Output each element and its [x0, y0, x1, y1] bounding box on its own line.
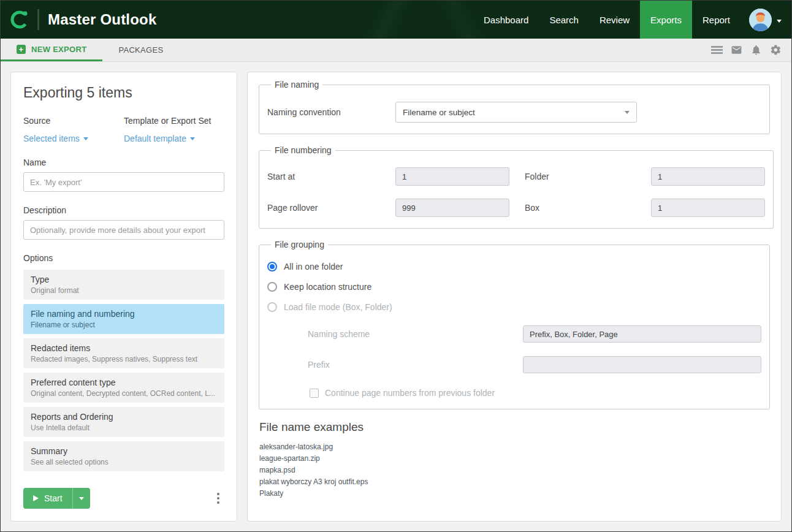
play-icon: [33, 495, 39, 501]
select-caret-icon: [625, 111, 630, 114]
app-logo-icon: [9, 9, 30, 30]
start-button-label: Start: [44, 493, 63, 503]
naming-scheme-input: [523, 325, 761, 343]
option-item-reports-ordering[interactable]: Reports and Ordering Use Intella default: [23, 407, 224, 437]
nav-item-dashboard[interactable]: Dashboard: [473, 1, 539, 39]
source-dropdown[interactable]: Selected items: [23, 134, 88, 143]
example-item: plakat wyborczy A3 kroj outfit.eps: [259, 477, 770, 486]
template-dropdown[interactable]: Default template: [124, 134, 195, 143]
radio-load-file-mode-label: Load file mode (Box, Folder): [284, 302, 392, 312]
notifications-bell-icon[interactable]: [750, 44, 762, 56]
export-name-input[interactable]: [23, 172, 224, 192]
app-title: Master Outlook: [48, 11, 157, 28]
option-subtitle: Original content, Decrypted content, OCR…: [31, 389, 217, 398]
prefix-label: Prefix: [308, 360, 523, 370]
naming-convention-label: Naming convention: [267, 107, 395, 117]
logo-divider: [37, 9, 39, 30]
option-title: Summary: [31, 446, 217, 456]
template-dropdown-label: Default template: [124, 134, 186, 143]
page-rollover-input[interactable]: [395, 199, 509, 217]
tab-packages[interactable]: PACKAGES: [102, 39, 179, 61]
export-setup-panel: Exporting 5 items Source Template or Exp…: [10, 72, 237, 522]
more-options-menu[interactable]: [212, 490, 224, 506]
user-avatar[interactable]: [749, 9, 772, 31]
export-settings-panel: File naming Naming convention Filename o…: [247, 72, 782, 522]
sub-nav-bar: NEW EXPORT PACKAGES: [1, 39, 791, 62]
box-input[interactable]: [651, 199, 765, 217]
source-label: Source: [23, 116, 124, 126]
settings-gear-icon[interactable]: [770, 44, 782, 56]
radio-keep-location-structure[interactable]: [267, 282, 277, 292]
folder-label: Folder: [509, 172, 651, 181]
user-menu-caret-icon[interactable]: [777, 14, 782, 25]
option-title: Redacted items: [31, 343, 217, 353]
page-rollover-label: Page rollover: [267, 203, 395, 213]
mail-icon[interactable]: [731, 44, 742, 56]
nav-item-review[interactable]: Review: [589, 1, 640, 39]
description-label: Description: [23, 205, 224, 215]
tab-new-export[interactable]: NEW EXPORT: [1, 39, 102, 61]
continue-page-numbers-checkbox: [310, 389, 319, 398]
naming-convention-value: Filename or subject: [403, 108, 475, 117]
option-title: File naming and numbering: [31, 309, 217, 319]
option-item-redacted-items[interactable]: Redacted items Redacted images, Suppress…: [23, 338, 224, 368]
file-numbering-section: File numbering Start at Folder Page roll…: [259, 145, 774, 229]
tab-packages-label: PACKAGES: [118, 45, 163, 55]
option-subtitle: Redacted images, Suppress natives, Suppr…: [31, 355, 217, 363]
option-subtitle: See all selected options: [31, 458, 217, 466]
option-item-file-naming[interactable]: File naming and numbering Filename or su…: [23, 304, 224, 334]
radio-all-in-one-folder-label: All in one folder: [284, 262, 343, 272]
file-name-examples-list: aleksander-latoska.jpg league-spartan.zi…: [259, 443, 770, 498]
main-nav: Dashboard Search Review Exports Report: [473, 1, 791, 39]
page: Master Outlook Dashboard Search Review E…: [0, 0, 792, 532]
example-item: aleksander-latoska.jpg: [259, 443, 770, 451]
start-at-input[interactable]: [395, 167, 509, 186]
option-subtitle: Original format: [31, 286, 217, 295]
file-numbering-legend: File numbering: [271, 145, 335, 155]
file-naming-legend: File naming: [271, 80, 322, 89]
example-item: mapka.psd: [259, 466, 770, 474]
option-subtitle: Filename or subject: [31, 321, 217, 329]
naming-scheme-label: Naming scheme: [308, 329, 523, 339]
start-options-caret[interactable]: [72, 488, 90, 509]
tab-new-export-label: NEW EXPORT: [31, 45, 86, 54]
name-label: Name: [23, 158, 224, 167]
option-item-preferred-content[interactable]: Preferred content type Original content,…: [23, 373, 224, 403]
file-name-examples-title: File name examples: [259, 420, 770, 434]
export-description-input[interactable]: [23, 220, 224, 240]
radio-keep-location-structure-label: Keep location structure: [284, 282, 371, 292]
continue-page-numbers-label: Continue page numbers from previous fold…: [325, 388, 495, 398]
example-item: Plakaty: [259, 489, 770, 498]
file-grouping-legend: File grouping: [271, 240, 328, 249]
nav-item-search[interactable]: Search: [539, 1, 589, 39]
page-title: Exporting 5 items: [23, 85, 224, 101]
box-label: Box: [509, 203, 651, 213]
list-view-icon[interactable]: [711, 44, 723, 56]
radio-load-file-mode: [267, 302, 277, 312]
radio-all-in-one-folder[interactable]: [267, 262, 277, 272]
options-label: Options: [23, 253, 224, 263]
source-dropdown-label: Selected items: [23, 134, 80, 143]
template-label: Template or Export Set: [124, 116, 224, 126]
option-title: Type: [31, 275, 217, 284]
naming-convention-select[interactable]: Filename or subject: [395, 102, 637, 123]
file-grouping-section: File grouping All in one folder Keep loc…: [259, 240, 770, 409]
folder-input[interactable]: [651, 167, 765, 186]
start-at-label: Start at: [267, 172, 395, 181]
option-item-type[interactable]: Type Original format: [23, 270, 224, 300]
app-header: Master Outlook Dashboard Search Review E…: [1, 1, 791, 39]
example-item: league-spartan.zip: [259, 454, 770, 463]
main-content: Exporting 5 items Source Template or Exp…: [1, 62, 791, 531]
nav-item-report[interactable]: Report: [692, 1, 741, 39]
option-title: Reports and Ordering: [31, 412, 217, 422]
start-button[interactable]: Start: [23, 488, 72, 509]
file-naming-section: File naming Naming convention Filename o…: [259, 80, 770, 134]
option-title: Preferred content type: [31, 378, 217, 387]
options-list: Type Original format File naming and num…: [23, 270, 224, 476]
new-export-plus-icon: [17, 45, 26, 54]
option-subtitle: Use Intella default: [31, 424, 217, 432]
nav-item-exports[interactable]: Exports: [640, 1, 692, 39]
prefix-input: [523, 356, 761, 373]
option-item-summary[interactable]: Summary See all selected options: [23, 441, 224, 471]
start-split-button: Start: [23, 488, 90, 509]
